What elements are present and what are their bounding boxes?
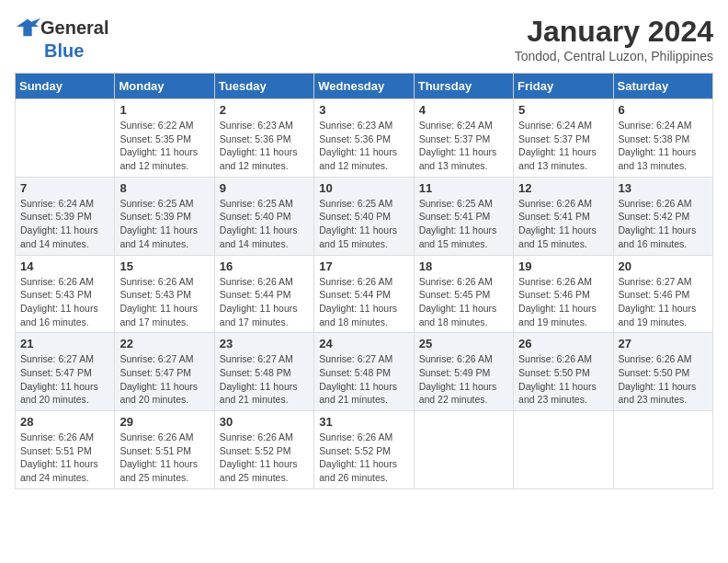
- day-detail: Sunrise: 6:22 AM Sunset: 5:35 PM Dayligh…: [119, 119, 209, 173]
- day-number: 26: [518, 337, 608, 350]
- day-detail: Sunrise: 6:26 AM Sunset: 5:44 PM Dayligh…: [319, 275, 408, 329]
- calendar-cell: 1Sunrise: 6:22 AM Sunset: 5:35 PM Daylig…: [115, 99, 214, 178]
- day-number: 21: [20, 337, 109, 350]
- day-detail: Sunrise: 6:27 AM Sunset: 5:48 PM Dayligh…: [319, 352, 408, 407]
- day-number: 30: [220, 415, 309, 429]
- day-number: 7: [20, 181, 109, 195]
- day-detail: Sunrise: 6:23 AM Sunset: 5:36 PM Dayligh…: [220, 119, 309, 173]
- page-title: January 2024: [515, 15, 713, 49]
- day-number: 11: [419, 181, 508, 195]
- calendar-cell: 31Sunrise: 6:26 AM Sunset: 5:52 PM Dayli…: [314, 411, 414, 489]
- day-detail: Sunrise: 6:26 AM Sunset: 5:49 PM Dayligh…: [419, 352, 508, 407]
- calendar-cell: 29Sunrise: 6:26 AM Sunset: 5:51 PM Dayli…: [115, 411, 214, 489]
- calendar-cell: 25Sunrise: 6:26 AM Sunset: 5:49 PM Dayli…: [414, 333, 513, 411]
- calendar-cell: 19Sunrise: 6:26 AM Sunset: 5:46 PM Dayli…: [514, 255, 613, 333]
- calendar-cell: [514, 411, 613, 489]
- logo-general-text: General: [40, 17, 108, 39]
- day-number: 23: [220, 337, 309, 350]
- day-detail: Sunrise: 6:25 AM Sunset: 5:40 PM Dayligh…: [220, 197, 309, 251]
- day-detail: Sunrise: 6:26 AM Sunset: 5:50 PM Dayligh…: [619, 352, 708, 407]
- day-number: 16: [220, 259, 309, 273]
- calendar-cell: 8Sunrise: 6:25 AM Sunset: 5:39 PM Daylig…: [115, 177, 214, 255]
- calendar-cell: [414, 411, 513, 489]
- day-number: 22: [119, 337, 209, 350]
- day-number: 20: [619, 259, 708, 273]
- day-detail: Sunrise: 6:26 AM Sunset: 5:51 PM Dayligh…: [20, 431, 109, 485]
- day-detail: Sunrise: 6:27 AM Sunset: 5:47 PM Dayligh…: [119, 352, 209, 407]
- header: General Blue January 2024 Tondod, Centra…: [15, 15, 713, 63]
- calendar-week-row: 21Sunrise: 6:27 AM Sunset: 5:47 PM Dayli…: [16, 333, 713, 411]
- day-detail: Sunrise: 6:26 AM Sunset: 5:41 PM Dayligh…: [518, 197, 608, 251]
- day-number: 6: [619, 103, 708, 117]
- calendar-cell: 12Sunrise: 6:26 AM Sunset: 5:41 PM Dayli…: [514, 177, 613, 255]
- day-number: 18: [419, 259, 508, 273]
- calendar-header-friday: Friday: [514, 74, 613, 99]
- day-detail: Sunrise: 6:26 AM Sunset: 5:45 PM Dayligh…: [419, 275, 508, 329]
- calendar-cell: 5Sunrise: 6:24 AM Sunset: 5:37 PM Daylig…: [514, 99, 613, 178]
- calendar-cell: 11Sunrise: 6:25 AM Sunset: 5:41 PM Dayli…: [414, 177, 513, 255]
- calendar-cell: 9Sunrise: 6:25 AM Sunset: 5:40 PM Daylig…: [214, 177, 313, 255]
- day-detail: Sunrise: 6:26 AM Sunset: 5:52 PM Dayligh…: [220, 431, 309, 485]
- logo-bird-icon: [15, 15, 40, 40]
- day-detail: Sunrise: 6:25 AM Sunset: 5:39 PM Dayligh…: [119, 197, 209, 251]
- calendar-cell: 14Sunrise: 6:26 AM Sunset: 5:43 PM Dayli…: [16, 255, 115, 333]
- calendar-cell: 16Sunrise: 6:26 AM Sunset: 5:44 PM Dayli…: [214, 255, 313, 333]
- calendar-cell: 20Sunrise: 6:27 AM Sunset: 5:46 PM Dayli…: [613, 255, 712, 333]
- calendar-week-row: 1Sunrise: 6:22 AM Sunset: 5:35 PM Daylig…: [16, 99, 713, 178]
- page-subtitle: Tondod, Central Luzon, Philippines: [515, 49, 713, 63]
- day-detail: Sunrise: 6:24 AM Sunset: 5:38 PM Dayligh…: [619, 119, 708, 173]
- day-detail: Sunrise: 6:25 AM Sunset: 5:41 PM Dayligh…: [419, 197, 508, 251]
- day-number: 13: [619, 181, 708, 195]
- calendar-cell: 28Sunrise: 6:26 AM Sunset: 5:51 PM Dayli…: [16, 411, 115, 489]
- day-detail: Sunrise: 6:26 AM Sunset: 5:52 PM Dayligh…: [319, 431, 408, 485]
- calendar-cell: 21Sunrise: 6:27 AM Sunset: 5:47 PM Dayli…: [16, 333, 115, 411]
- calendar-cell: 26Sunrise: 6:26 AM Sunset: 5:50 PM Dayli…: [514, 333, 613, 411]
- day-detail: Sunrise: 6:24 AM Sunset: 5:37 PM Dayligh…: [419, 119, 508, 173]
- title-area: January 2024 Tondod, Central Luzon, Phil…: [515, 15, 713, 63]
- calendar-cell: 13Sunrise: 6:26 AM Sunset: 5:42 PM Dayli…: [613, 177, 712, 255]
- day-detail: Sunrise: 6:25 AM Sunset: 5:40 PM Dayligh…: [319, 197, 408, 251]
- calendar-cell: 24Sunrise: 6:27 AM Sunset: 5:48 PM Dayli…: [314, 333, 414, 411]
- calendar-cell: 3Sunrise: 6:23 AM Sunset: 5:36 PM Daylig…: [314, 99, 414, 178]
- calendar-cell: 7Sunrise: 6:24 AM Sunset: 5:39 PM Daylig…: [16, 177, 115, 255]
- calendar-header-sunday: Sunday: [16, 74, 115, 99]
- day-detail: Sunrise: 6:24 AM Sunset: 5:37 PM Dayligh…: [518, 119, 608, 173]
- logo-blue-text: Blue: [44, 40, 84, 62]
- day-number: 4: [419, 103, 508, 117]
- calendar-cell: 30Sunrise: 6:26 AM Sunset: 5:52 PM Dayli…: [214, 411, 313, 489]
- calendar-header-monday: Monday: [115, 74, 214, 99]
- day-number: 5: [518, 103, 608, 117]
- day-detail: Sunrise: 6:24 AM Sunset: 5:39 PM Dayligh…: [20, 197, 109, 251]
- calendar-header-tuesday: Tuesday: [214, 74, 313, 99]
- calendar-week-row: 7Sunrise: 6:24 AM Sunset: 5:39 PM Daylig…: [16, 177, 713, 255]
- logo: General Blue: [15, 15, 108, 62]
- day-number: 28: [20, 415, 109, 429]
- calendar-header-saturday: Saturday: [613, 74, 712, 99]
- day-number: 10: [319, 181, 408, 195]
- day-number: 27: [619, 337, 708, 350]
- day-detail: Sunrise: 6:26 AM Sunset: 5:43 PM Dayligh…: [20, 275, 109, 329]
- calendar-header-wednesday: Wednesday: [314, 74, 414, 99]
- calendar-cell: 6Sunrise: 6:24 AM Sunset: 5:38 PM Daylig…: [613, 99, 712, 178]
- calendar-cell: 4Sunrise: 6:24 AM Sunset: 5:37 PM Daylig…: [414, 99, 513, 178]
- calendar-week-row: 14Sunrise: 6:26 AM Sunset: 5:43 PM Dayli…: [16, 255, 713, 333]
- calendar-header-row: SundayMondayTuesdayWednesdayThursdayFrid…: [16, 74, 713, 99]
- day-detail: Sunrise: 6:26 AM Sunset: 5:50 PM Dayligh…: [518, 352, 608, 407]
- day-number: 17: [319, 259, 408, 273]
- day-number: 31: [319, 415, 408, 429]
- day-detail: Sunrise: 6:27 AM Sunset: 5:46 PM Dayligh…: [619, 275, 708, 329]
- calendar-cell: 22Sunrise: 6:27 AM Sunset: 5:47 PM Dayli…: [115, 333, 214, 411]
- day-detail: Sunrise: 6:26 AM Sunset: 5:44 PM Dayligh…: [220, 275, 309, 329]
- day-number: 19: [518, 259, 608, 273]
- day-detail: Sunrise: 6:26 AM Sunset: 5:42 PM Dayligh…: [619, 197, 708, 251]
- day-number: 29: [119, 415, 209, 429]
- day-number: 15: [119, 259, 209, 273]
- calendar-table: SundayMondayTuesdayWednesdayThursdayFrid…: [15, 73, 713, 489]
- day-number: 12: [518, 181, 608, 195]
- day-detail: Sunrise: 6:26 AM Sunset: 5:46 PM Dayligh…: [518, 275, 608, 329]
- day-number: 3: [319, 103, 408, 117]
- calendar-cell: 18Sunrise: 6:26 AM Sunset: 5:45 PM Dayli…: [414, 255, 513, 333]
- day-number: 24: [319, 337, 408, 350]
- day-detail: Sunrise: 6:23 AM Sunset: 5:36 PM Dayligh…: [319, 119, 408, 173]
- calendar-cell: [613, 411, 712, 489]
